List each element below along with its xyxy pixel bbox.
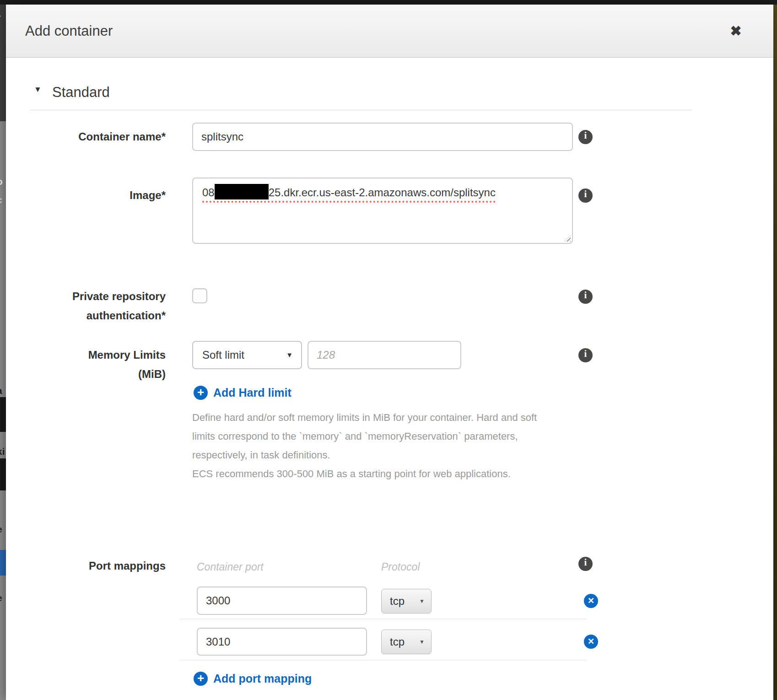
- background-button-fragment: [0, 550, 6, 576]
- info-icon-glyph: i: [584, 348, 587, 359]
- info-icon-glyph: i: [584, 290, 587, 301]
- image-textarea[interactable]: 0825.dkr.ecr.us-east-2.amazonaws.com/spl…: [192, 178, 573, 244]
- chevron-down-icon: ▼: [286, 342, 293, 368]
- remove-port-mapping-button[interactable]: ✕: [584, 635, 598, 649]
- info-icon-glyph: i: [584, 130, 587, 141]
- redaction-box: [215, 184, 269, 199]
- private-repo-label-line1: Private repository: [30, 290, 166, 303]
- background-text-fragment: c: [0, 194, 6, 205]
- background-page-left-edge: r o c a ki e e: [0, 0, 6, 700]
- info-icon[interactable]: i: [578, 557, 593, 571]
- container-name-input[interactable]: [192, 123, 573, 151]
- info-icon[interactable]: i: [578, 188, 593, 203]
- memory-limits-label-line2: (MiB): [30, 367, 166, 381]
- chevron-down-icon: ▼: [419, 589, 425, 613]
- info-icon[interactable]: i: [578, 348, 593, 362]
- private-repo-label-line2: authentication*: [30, 309, 166, 323]
- memory-limit-type-select[interactable]: Soft limit ▼: [192, 341, 302, 369]
- port-row-divider: [179, 619, 587, 619]
- remove-icon: ✕: [584, 635, 598, 649]
- section-divider: [30, 110, 692, 110]
- background-image-fragment: [0, 397, 6, 432]
- port-row-divider: [179, 660, 587, 661]
- image-value: 0825.dkr.ecr.us-east-2.amazonaws.com/spl…: [202, 184, 496, 203]
- chevron-down-icon: ▼: [419, 630, 425, 654]
- container-port-input[interactable]: [197, 587, 367, 615]
- plus-icon: +: [194, 672, 208, 685]
- section-title[interactable]: Standard: [52, 84, 110, 101]
- background-top-bar: [0, 0, 777, 5]
- plus-icon: +: [194, 386, 208, 399]
- memory-help-line: respectively, in task definitions.: [192, 446, 567, 464]
- modal-title: Add container: [25, 5, 113, 58]
- remove-icon: ✕: [584, 594, 598, 608]
- container-port-input[interactable]: [197, 628, 367, 656]
- port-mappings-label: Port mappings: [30, 559, 166, 573]
- image-label: Image*: [30, 188, 166, 202]
- page: r o c a ki e e Add container ✖ ▼ Standar…: [0, 0, 777, 700]
- protocol-select[interactable]: tcp ▼: [381, 630, 432, 654]
- protocol-value: tcp: [390, 589, 405, 613]
- container-name-label: Container name*: [30, 130, 166, 144]
- container-port-column-header: Container port: [197, 561, 264, 573]
- add-hard-limit-link[interactable]: Add Hard limit: [213, 386, 291, 400]
- background-text-fragment: o: [0, 176, 6, 187]
- protocol-column-header: Protocol: [381, 561, 420, 573]
- resize-handle-icon[interactable]: [564, 235, 571, 242]
- background-page-right-edge: [773, 0, 777, 700]
- background-text-fragment: e: [0, 524, 6, 535]
- background-text-fragment: e: [0, 592, 6, 603]
- memory-help-line: ECS recommends 300-500 MiB as a starting…: [192, 464, 567, 483]
- memory-limit-value-input[interactable]: [308, 341, 461, 369]
- memory-help-line: Define hard and/or soft memory limits in…: [192, 408, 567, 427]
- info-icon[interactable]: i: [578, 290, 593, 304]
- background-text-fragment: a: [0, 385, 6, 396]
- background-text-fragment: r: [0, 12, 6, 23]
- background-image-fragment: [0, 458, 6, 490]
- add-hard-limit-button[interactable]: +: [194, 386, 208, 400]
- modal-header: Add container ✖: [6, 5, 773, 58]
- protocol-value: tcp: [390, 630, 405, 654]
- image-value-suffix: 25.dkr.ecr.us-east-2.amazonaws.com/split…: [269, 186, 496, 199]
- info-icon-glyph: i: [584, 557, 587, 568]
- remove-port-mapping-button[interactable]: ✕: [584, 594, 598, 608]
- background-text-fragment: ki: [0, 446, 6, 457]
- protocol-select[interactable]: tcp ▼: [381, 589, 432, 614]
- private-repo-checkbox[interactable]: [192, 288, 207, 303]
- memory-help-line: limits correspond to the `memory` and `m…: [192, 427, 567, 446]
- add-port-mapping-button[interactable]: +: [194, 672, 208, 686]
- info-icon-glyph: i: [584, 188, 587, 199]
- close-icon: ✖: [730, 23, 741, 38]
- section-collapse-caret-icon[interactable]: ▼: [34, 85, 42, 94]
- info-icon[interactable]: i: [578, 130, 593, 144]
- add-port-mapping-link[interactable]: Add port mapping: [213, 672, 312, 686]
- close-button[interactable]: ✖: [727, 22, 745, 40]
- memory-limits-label-line1: Memory Limits: [30, 348, 166, 362]
- image-value-prefix: 08: [202, 186, 215, 199]
- memory-limit-type-value: Soft limit: [202, 342, 244, 368]
